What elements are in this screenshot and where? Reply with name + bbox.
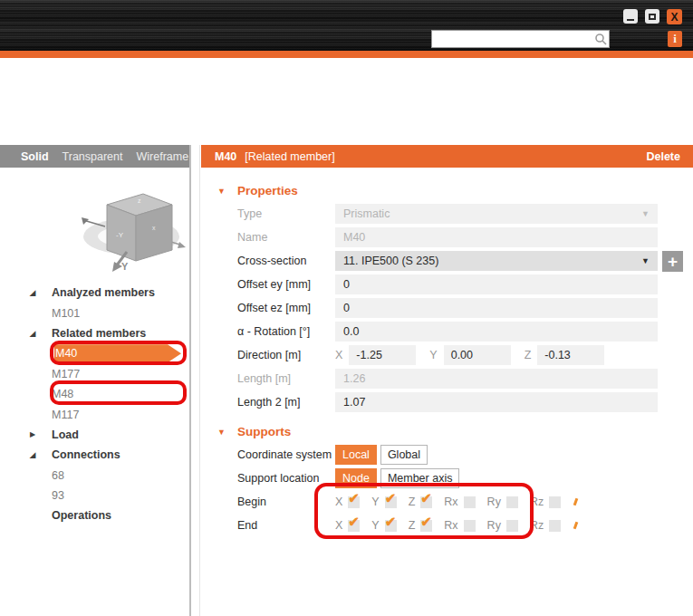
direction-x-field[interactable]: -1.25 (349, 345, 416, 365)
row-name: Name M40 (237, 227, 693, 247)
search-icon[interactable] (592, 33, 609, 45)
svg-text:x: x (152, 225, 156, 231)
tab-wireframe[interactable]: Wireframe (137, 150, 189, 163)
delete-button[interactable]: Delete (646, 150, 680, 163)
row-offset-ey: Offset ey [mm] 0 (237, 274, 693, 294)
row-direction: Direction [m] X -1.25 Y 0.00 Z -0.13 (237, 345, 693, 365)
tree-item-m177[interactable]: M177 (0, 364, 189, 384)
detail-title: M40 (215, 150, 236, 163)
row-length: Length [m] 1.26 (237, 369, 693, 389)
cube-y-axis-label: Y (121, 261, 129, 272)
end-x-checkbox[interactable] (348, 520, 360, 532)
search-input[interactable] (432, 32, 592, 46)
end-rx-checkbox[interactable] (464, 520, 476, 532)
tree-item-m48[interactable]: M48 (0, 384, 189, 404)
chevron-down-icon: ▼ (641, 209, 650, 218)
maximize-icon (649, 14, 656, 20)
tab-transparent[interactable]: Transparent (63, 150, 123, 163)
row-support-location: Support location Node Member axis (237, 468, 693, 488)
tree-item-93[interactable]: 93 (0, 486, 189, 505)
end-y-checkbox[interactable] (385, 520, 397, 532)
collapse-triangle-icon[interactable]: ▼ (217, 187, 237, 196)
cross-section-dropdown[interactable]: 11. IPE500 (S 235) ▼ (335, 251, 658, 271)
cube-front-label: -Y (116, 231, 124, 239)
info-button[interactable]: i (668, 31, 682, 47)
tree-group-related-members[interactable]: ◢ Related members (0, 323, 189, 343)
begin-y-checkbox[interactable] (385, 496, 397, 508)
tree-group-load[interactable]: ▶ Load (0, 425, 189, 445)
tree-expanded-icon[interactable]: ◢ (27, 450, 38, 459)
search-box (431, 30, 610, 48)
collapse-triangle-icon[interactable]: ▼ (217, 428, 237, 437)
row-supports-end: End X Y Z Rx Ry Rz (237, 515, 693, 535)
chevron-down-icon: ▼ (641, 256, 650, 265)
begin-dof-checkboxes: X Y Z Rx Ry Rz (335, 496, 577, 508)
begin-ry-checkbox[interactable] (506, 496, 518, 508)
tree-group-connections[interactable]: ◢ Connections (0, 445, 189, 465)
left-panel: Solid Transparent Wireframe -Y z x Y (0, 145, 189, 616)
tree-item-m117[interactable]: M117 (0, 404, 189, 424)
tree-group-operations[interactable]: Operations (0, 505, 189, 525)
supports-section-heading: ▼ Supports (217, 425, 693, 438)
clipped-check-icon (573, 498, 579, 506)
length-field: 1.26 (335, 369, 658, 389)
row-coordinate-system: Coordinate system Local Global (237, 445, 693, 465)
tree-collapsed-icon[interactable]: ▶ (27, 430, 38, 438)
offset-ey-field[interactable]: 0 (335, 274, 658, 294)
tree-expanded-icon[interactable]: ◢ (27, 329, 38, 338)
panel-divider (189, 145, 191, 616)
close-icon: X (670, 11, 678, 24)
offset-ez-field[interactable]: 0 (335, 298, 658, 318)
view-mode-tabs: Solid Transparent Wireframe (0, 145, 189, 168)
supports-form: Coordinate system Local Global Support l… (237, 445, 693, 535)
end-dof-checkboxes: X Y Z Rx Ry Rz (335, 519, 577, 532)
end-ry-checkbox[interactable] (506, 520, 518, 532)
length2-field[interactable]: 1.07 (335, 392, 658, 412)
type-dropdown[interactable]: Prismatic ▼ (335, 204, 658, 224)
begin-rz-checkbox[interactable] (549, 496, 561, 508)
row-offset-ez: Offset ez [mm] 0 (237, 298, 693, 318)
minimize-icon (627, 19, 634, 21)
direction-y-field[interactable]: 0.00 (444, 345, 511, 365)
clipped-check-icon (573, 522, 579, 530)
detail-subtitle: [Related member] (245, 150, 334, 163)
row-length2: Length 2 [m] 1.07 (237, 392, 693, 412)
tree-item-68[interactable]: 68 (0, 466, 189, 486)
rotation-field[interactable]: 0.0 (335, 322, 658, 342)
row-cross-section: Cross-section 11. IPE500 (S 235) ▼ + (237, 251, 693, 271)
view-cube[interactable]: -Y z x Y (80, 172, 187, 276)
coordinate-system-global-button[interactable]: Global (380, 445, 428, 465)
end-rz-checkbox[interactable] (549, 520, 561, 532)
close-button[interactable]: X (667, 9, 682, 24)
properties-section-heading: ▼ Properties (217, 184, 693, 197)
tree-group-analyzed-members[interactable]: ◢ Analyzed members (0, 283, 189, 303)
tab-solid[interactable]: Solid (21, 150, 49, 163)
begin-x-checkbox[interactable] (348, 496, 360, 508)
detail-header: M40 [Related member] Delete (201, 145, 693, 168)
accent-stripe (0, 51, 693, 58)
tree-expanded-icon[interactable]: ◢ (27, 288, 38, 297)
name-field[interactable]: M40 (335, 227, 658, 247)
svg-text:z: z (138, 197, 141, 204)
maximize-button[interactable] (645, 9, 659, 24)
coordinate-system-local-button[interactable]: Local (335, 445, 377, 465)
detail-panel: M40 [Related member] Delete ▼ Properties… (201, 145, 693, 616)
support-location-member-axis-button[interactable]: Member axis (380, 468, 460, 488)
support-location-node-button[interactable]: Node (335, 468, 377, 488)
direction-z-field[interactable]: -0.13 (537, 345, 604, 365)
row-rotation: α - Rotation [°] 0.0 (237, 322, 693, 342)
begin-rx-checkbox[interactable] (464, 496, 476, 508)
row-type: Type Prismatic ▼ (237, 204, 693, 224)
row-supports-begin: Begin X Y Z Rx Ry Rz (237, 492, 693, 512)
properties-form: Type Prismatic ▼ Name M40 Cross-section … (237, 204, 693, 412)
tree-item-m40[interactable]: M40 (0, 343, 189, 363)
panel-divider-light (199, 145, 200, 616)
add-cross-section-button[interactable]: + (662, 251, 683, 272)
minimize-button[interactable] (623, 9, 638, 24)
window-titlebar: X i (0, 0, 693, 51)
navigation-tree: ◢ Analyzed members M101 ◢ Related member… (0, 283, 189, 526)
tree-item-m101[interactable]: M101 (0, 303, 189, 322)
end-z-checkbox[interactable] (420, 520, 432, 532)
begin-z-checkbox[interactable] (420, 496, 432, 508)
